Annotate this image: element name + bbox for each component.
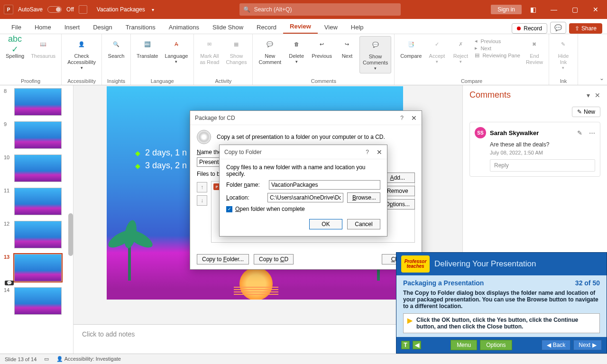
pane-close-icon[interactable]: ✕	[595, 91, 600, 99]
mark-all-read-button[interactable]: ✉Mark All as Read	[197, 36, 222, 67]
delete-comment-button[interactable]: 🗑Delete▾	[285, 36, 308, 66]
compare-button[interactable]: 📑Compare	[397, 36, 424, 61]
sign-in-button[interactable]: Sign in	[491, 5, 522, 14]
autosave-toggle[interactable]	[47, 6, 62, 13]
close-window-button[interactable]: ✕	[586, 0, 605, 19]
palm-left	[107, 205, 159, 281]
save-icon[interactable]	[79, 5, 87, 14]
browse-button[interactable]: Browse...	[347, 192, 380, 203]
tab-review[interactable]: Review	[283, 20, 318, 34]
tab-view[interactable]: View	[318, 21, 344, 34]
tutor-menu-button[interactable]: Menu	[451, 340, 477, 350]
folder-name-input[interactable]	[269, 180, 380, 190]
tab-help[interactable]: Help	[344, 21, 370, 34]
thumbnail-panel: 8 9 10 11 12 13💬 14	[0, 85, 74, 354]
thumbnail-13[interactable]: 13💬	[0, 251, 73, 284]
move-up-button[interactable]: ↑	[197, 182, 207, 192]
share-button[interactable]: ⇪Share	[569, 23, 602, 34]
close-icon[interactable]: ✕	[377, 148, 382, 156]
end-review-button[interactable]: ✖End Review	[523, 36, 546, 67]
next-comment-button[interactable]: ↪Next	[336, 36, 359, 61]
accessibility-status[interactable]: 👤 Accessibility: Investigate	[56, 356, 121, 362]
thumbnail-14[interactable]: 14	[0, 284, 73, 318]
show-changes-button[interactable]: ▦Show Changes	[223, 36, 249, 67]
copy-to-folder-button[interactable]: Copy to Folder...	[197, 254, 249, 264]
tab-slideshow[interactable]: Slide Show	[206, 21, 250, 34]
minimize-button[interactable]: —	[544, 0, 563, 19]
thumbnail-11[interactable]: 11	[0, 185, 73, 218]
maximize-button[interactable]: ▢	[565, 0, 584, 19]
thumbnail-8[interactable]: 8	[0, 85, 73, 118]
pkg-desc: Copy a set of presentation to a folder o…	[217, 134, 385, 140]
tab-home[interactable]: Home	[28, 21, 58, 34]
thumbnail-12[interactable]: 12	[0, 218, 73, 251]
cd-icon	[197, 130, 211, 144]
location-input[interactable]	[267, 193, 343, 202]
check-accessibility-button[interactable]: 👤Check Accessibility▾	[64, 36, 99, 73]
search-placeholder: Search (Alt+Q)	[254, 6, 292, 13]
reply-input[interactable]: Reply	[490, 159, 595, 172]
search-box[interactable]: 🔍 Search (Alt+Q)	[239, 3, 401, 16]
bullet-text-1: 2 days, 1 n	[145, 148, 187, 158]
tutor-topics-button[interactable]: T	[401, 341, 410, 349]
thesaurus-button[interactable]: 📖Thesaurus	[28, 36, 58, 61]
tab-design[interactable]: Design	[86, 21, 119, 34]
professor-teaches-logo: Professor teaches	[401, 255, 430, 273]
smart-lookup-icon: 🔍	[110, 38, 123, 51]
new-comment-button[interactable]: 💬New Comment	[256, 36, 284, 67]
spelling-button[interactable]: abc✓Spelling	[3, 36, 27, 61]
tab-animations[interactable]: Animations	[162, 21, 206, 34]
delete-icon: 🗑	[290, 38, 303, 51]
previous-change-button[interactable]: ◂Previous	[475, 38, 520, 44]
tutor-options-button[interactable]: Options	[480, 340, 512, 350]
tutor-back-button[interactable]: ◀Back	[542, 340, 571, 350]
reject-button[interactable]: ✗Reject▾	[449, 36, 472, 66]
help-icon[interactable]: ?	[400, 115, 404, 121]
tab-file[interactable]: File	[5, 21, 28, 34]
record-button[interactable]: Record	[512, 23, 547, 34]
thumbnail-scrollbar[interactable]	[68, 213, 73, 256]
previous-comment-button[interactable]: ↩Previous	[309, 36, 335, 61]
show-comments-button[interactable]: 💬Show Comments▾	[359, 36, 391, 73]
tab-record[interactable]: Record	[250, 21, 283, 34]
document-title[interactable]: Vacation Packages	[97, 6, 145, 13]
tutor-next-button[interactable]: Next▶	[573, 340, 602, 350]
edit-comment-icon[interactable]: ✎	[577, 129, 582, 136]
cancel-button[interactable]: Cancel	[347, 219, 380, 229]
comment-menu-icon[interactable]: ⋯	[589, 129, 595, 136]
bullet-text-2: 3 days, 2 n	[145, 161, 187, 171]
notes-status-icon[interactable]: ▭	[44, 356, 49, 362]
next-change-button[interactable]: ▸Next	[475, 45, 520, 51]
ribbon-display-icon[interactable]: ◧	[524, 0, 543, 19]
tab-transitions[interactable]: Transitions	[119, 21, 162, 34]
previous-icon: ↩	[315, 38, 329, 51]
comments-toggle-icon[interactable]: 💬	[550, 22, 566, 34]
group-language: Language	[134, 76, 191, 85]
language-button[interactable]: A̶Language▾	[162, 36, 191, 66]
close-icon[interactable]: ✕	[411, 114, 417, 122]
slide-counter[interactable]: Slide 13 of 14	[5, 356, 37, 362]
reviewing-pane-button[interactable]: ▤Reviewing Pane	[475, 52, 520, 58]
thumbnail-10[interactable]: 10	[0, 152, 73, 185]
group-insights: Insights	[105, 76, 128, 85]
end-review-icon: ✖	[528, 38, 541, 51]
tutor-overlay: Professor teaches Delivering Your Presen…	[396, 252, 607, 354]
thumbnail-9[interactable]: 9	[0, 118, 73, 152]
pane-options-icon[interactable]: ▾	[587, 91, 590, 99]
copy-to-cd-button[interactable]: Copy to CD	[254, 254, 294, 264]
accept-button[interactable]: ✓Accept▾	[425, 36, 448, 66]
new-comment-pane-button[interactable]: ✎New	[572, 107, 600, 117]
search-button[interactable]: 🔍Search	[105, 36, 128, 61]
ok-button[interactable]: OK	[309, 219, 342, 229]
tutor-prev-small-button[interactable]: ◀	[413, 341, 421, 349]
help-icon[interactable]: ?	[366, 149, 369, 155]
open-folder-checkbox[interactable]: ✓ Open folder when complete	[226, 206, 380, 212]
tab-insert[interactable]: Insert	[58, 21, 87, 34]
hide-ink-button[interactable]: ✎Hide Ink▾	[552, 36, 575, 73]
collapse-ribbon-icon[interactable]: ⌄	[599, 75, 604, 82]
avatar: SS	[475, 127, 486, 138]
chevron-down-icon[interactable]: ▾	[152, 7, 154, 12]
tutor-instruction: ▶ Click the OK button, click the Yes but…	[403, 313, 600, 333]
move-down-button[interactable]: ↓	[197, 195, 207, 206]
translate-button[interactable]: 🔤Translate	[134, 36, 161, 61]
